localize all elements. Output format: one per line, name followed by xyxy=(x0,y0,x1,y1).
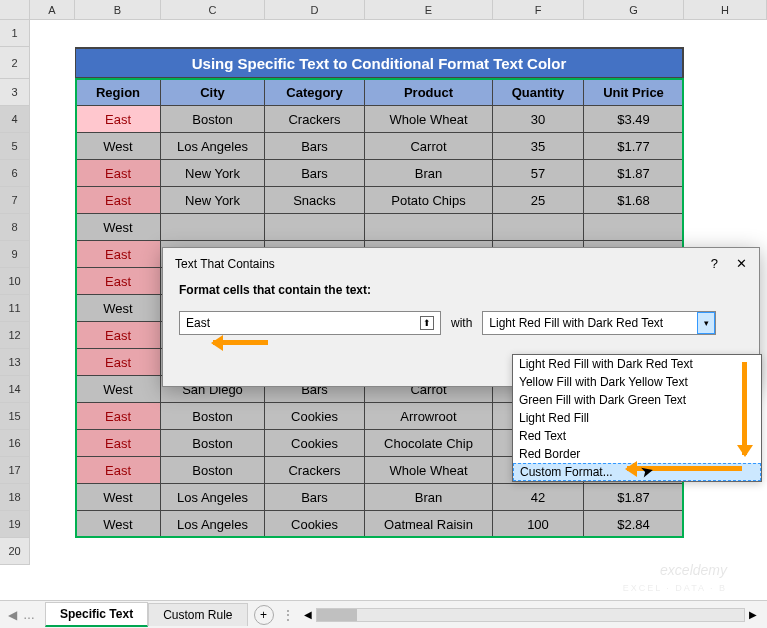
cell-category[interactable]: Bars xyxy=(265,484,365,511)
header-region[interactable]: Region xyxy=(75,79,161,106)
cell-category[interactable]: Crackers xyxy=(265,106,365,133)
row-header-3[interactable]: 3 xyxy=(0,79,30,106)
row-header-15[interactable]: 15 xyxy=(0,403,30,430)
cell-region[interactable]: East xyxy=(75,403,161,430)
cell-region[interactable]: East xyxy=(75,241,161,268)
cell-unitprice[interactable]: $2.84 xyxy=(584,511,684,538)
row-header-2[interactable]: 2 xyxy=(0,47,30,79)
row-header-19[interactable]: 19 xyxy=(0,511,30,538)
header-product[interactable]: Product xyxy=(365,79,493,106)
cell-region[interactable]: East xyxy=(75,268,161,295)
row-header-1[interactable]: 1 xyxy=(0,20,30,47)
dropdown-item[interactable]: Red Border xyxy=(513,445,761,463)
cell-product[interactable]: Whole Wheat xyxy=(365,457,493,484)
close-icon[interactable]: ✕ xyxy=(736,256,747,271)
row-header-12[interactable]: 12 xyxy=(0,322,30,349)
cell-city[interactable]: Los Angeles xyxy=(161,511,265,538)
row-header-6[interactable]: 6 xyxy=(0,160,30,187)
dropdown-item[interactable]: Light Red Fill xyxy=(513,409,761,427)
cell-city[interactable]: Boston xyxy=(161,457,265,484)
add-sheet-button[interactable]: + xyxy=(254,605,274,625)
row-header-11[interactable]: 11 xyxy=(0,295,30,322)
cell-category[interactable] xyxy=(265,214,365,241)
text-input[interactable]: East ⬆ xyxy=(179,311,441,335)
header-city[interactable]: City xyxy=(161,79,265,106)
cell-product[interactable]: Carrot xyxy=(365,133,493,160)
cell-region[interactable]: East xyxy=(75,349,161,376)
cell-quantity[interactable]: 57 xyxy=(493,160,584,187)
dropdown-item[interactable]: Yellow Fill with Dark Yellow Text xyxy=(513,373,761,391)
cell-quantity[interactable]: 30 xyxy=(493,106,584,133)
row-header-8[interactable]: 8 xyxy=(0,214,30,241)
cell-quantity[interactable]: 35 xyxy=(493,133,584,160)
cell-product[interactable]: Bran xyxy=(365,160,493,187)
dropdown-item[interactable]: Custom Format... xyxy=(513,463,761,481)
row-header-14[interactable]: 14 xyxy=(0,376,30,403)
cell-region[interactable]: East xyxy=(75,322,161,349)
cell-unitprice[interactable]: $1.77 xyxy=(584,133,684,160)
cell-region[interactable]: East xyxy=(75,430,161,457)
cell-city[interactable]: Boston xyxy=(161,430,265,457)
cell-unitprice[interactable] xyxy=(584,214,684,241)
cell-product[interactable]: Potato Chips xyxy=(365,187,493,214)
cell-region[interactable]: West xyxy=(75,511,161,538)
cell-city[interactable] xyxy=(161,214,265,241)
cell-city[interactable]: Los Angeles xyxy=(161,133,265,160)
cell-category[interactable]: Cookies xyxy=(265,430,365,457)
row-header-18[interactable]: 18 xyxy=(0,484,30,511)
row-header-13[interactable]: 13 xyxy=(0,349,30,376)
col-header-f[interactable]: F xyxy=(493,0,584,19)
cell-product[interactable]: Chocolate Chip xyxy=(365,430,493,457)
col-header-h[interactable]: H xyxy=(684,0,767,19)
cell-unitprice[interactable]: $1.87 xyxy=(584,484,684,511)
cell-category[interactable]: Cookies xyxy=(265,511,365,538)
select-all-corner[interactable] xyxy=(0,0,30,19)
cell-city[interactable]: New York xyxy=(161,187,265,214)
dropdown-item[interactable]: Light Red Fill with Dark Red Text xyxy=(513,355,761,373)
horizontal-scrollbar[interactable]: ◀ ▶ xyxy=(304,608,758,622)
cell-city[interactable]: Los Angeles xyxy=(161,484,265,511)
cell-category[interactable]: Cookies xyxy=(265,403,365,430)
cell-region[interactable]: East xyxy=(75,187,161,214)
header-unitprice[interactable]: Unit Price xyxy=(584,79,684,106)
tab-custom-rule[interactable]: Custom Rule xyxy=(148,603,247,626)
cell-category[interactable]: Crackers xyxy=(265,457,365,484)
row-header-5[interactable]: 5 xyxy=(0,133,30,160)
help-button[interactable]: ? xyxy=(711,256,718,271)
cell-category[interactable]: Snacks xyxy=(265,187,365,214)
cell-category[interactable]: Bars xyxy=(265,133,365,160)
row-header-10[interactable]: 10 xyxy=(0,268,30,295)
cell-region[interactable]: West xyxy=(75,376,161,403)
cell-product[interactable]: Oatmeal Raisin xyxy=(365,511,493,538)
cell-region[interactable]: West xyxy=(75,133,161,160)
tab-nav[interactable]: ◀… xyxy=(8,608,35,622)
title-cell[interactable]: Using Specific Text to Conditional Forma… xyxy=(75,47,684,79)
cell-region[interactable]: East xyxy=(75,457,161,484)
col-header-e[interactable]: E xyxy=(365,0,493,19)
cell-region[interactable]: West xyxy=(75,295,161,322)
cell-city[interactable]: New York xyxy=(161,160,265,187)
col-header-c[interactable]: C xyxy=(161,0,265,19)
cell-city[interactable]: Boston xyxy=(161,403,265,430)
col-header-g[interactable]: G xyxy=(584,0,684,19)
tab-specific-text[interactable]: Specific Text xyxy=(45,602,148,627)
header-quantity[interactable]: Quantity xyxy=(493,79,584,106)
cell-quantity[interactable]: 25 xyxy=(493,187,584,214)
row-header-20[interactable]: 20 xyxy=(0,538,30,565)
dropdown-item[interactable]: Green Fill with Dark Green Text xyxy=(513,391,761,409)
row-header-9[interactable]: 9 xyxy=(0,241,30,268)
cell-unitprice[interactable]: $1.87 xyxy=(584,160,684,187)
cell-region[interactable]: West xyxy=(75,484,161,511)
cell-product[interactable]: Bran xyxy=(365,484,493,511)
dropdown-item[interactable]: Red Text xyxy=(513,427,761,445)
cell-product[interactable] xyxy=(365,214,493,241)
cell-unitprice[interactable]: $3.49 xyxy=(584,106,684,133)
range-selector-icon[interactable]: ⬆ xyxy=(420,316,434,330)
col-header-d[interactable]: D xyxy=(265,0,365,19)
cell-product[interactable]: Whole Wheat xyxy=(365,106,493,133)
row-header-7[interactable]: 7 xyxy=(0,187,30,214)
col-header-a[interactable]: A xyxy=(30,0,75,19)
row-header-17[interactable]: 17 xyxy=(0,457,30,484)
cell-unitprice[interactable]: $1.68 xyxy=(584,187,684,214)
cell-product[interactable]: Arrowroot xyxy=(365,403,493,430)
